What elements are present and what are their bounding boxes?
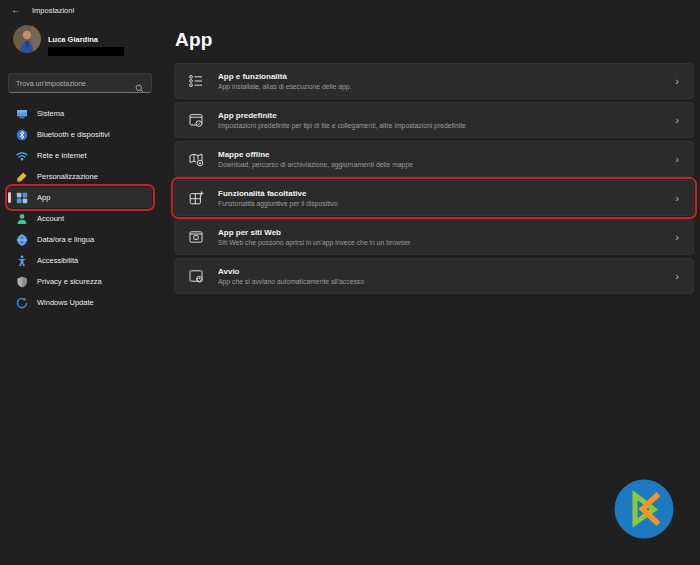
default-apps-icon — [188, 112, 204, 128]
optional-features-icon — [188, 190, 204, 206]
sidebar-item-app[interactable]: App — [8, 187, 152, 208]
watermark-logo — [613, 478, 675, 540]
sidebar-item-privacy-sicurezza[interactable]: Privacy e sicurezza — [8, 271, 152, 292]
system-icon — [16, 108, 28, 120]
settings-card-list: App e funzionalità App installate, alias… — [174, 63, 694, 297]
brush-icon — [16, 171, 28, 183]
update-icon — [16, 297, 28, 309]
sidebar-item-label: Personalizzazione — [37, 172, 98, 181]
chevron-right-icon: › — [675, 232, 680, 243]
sidebar-item-sistema[interactable]: Sistema — [8, 103, 152, 124]
chevron-right-icon: › — [675, 76, 680, 87]
bluetooth-icon — [16, 129, 28, 141]
wifi-icon — [16, 150, 28, 162]
sidebar-item-label: Data/ora e lingua — [37, 235, 94, 244]
brand-logo-icon — [613, 478, 675, 540]
sidebar-item-data-ora-lingua[interactable]: Data/ora e lingua — [8, 229, 152, 250]
sidebar-nav: Sistema Bluetooth e dispositivi Rete e I… — [0, 103, 160, 313]
sidebar-item-label: Accessibilità — [37, 256, 78, 265]
sidebar-item-label: Windows Update — [37, 298, 94, 307]
sidebar-item-label: Bluetooth e dispositivi — [37, 130, 110, 139]
card-subtitle: Funzionalità aggiuntive per il dispositi… — [218, 199, 338, 208]
window-title: Impostazioni — [32, 6, 74, 15]
card-subtitle: App installate, alias di esecuzione dell… — [218, 82, 351, 91]
sidebar-item-windows-update[interactable]: Windows Update — [8, 292, 152, 313]
sidebar-item-rete-internet[interactable]: Rete e Internet — [8, 145, 152, 166]
shield-icon — [16, 276, 28, 288]
sidebar-item-personalizzazione[interactable]: Personalizzazione — [8, 166, 152, 187]
back-icon[interactable]: ← — [11, 5, 21, 15]
sidebar-item-label: App — [37, 193, 50, 202]
card-subtitle: Download, percorso di archiviazione, agg… — [218, 160, 413, 169]
sidebar-item-label: Account — [37, 214, 64, 223]
chevron-right-icon: › — [675, 115, 680, 126]
sidebar-item-accessibilita[interactable]: Accessibilità — [8, 250, 152, 271]
card-app-e-funzionalita[interactable]: App e funzionalità App installate, alias… — [174, 63, 694, 99]
titlebar: ← Impostazioni — [0, 0, 700, 20]
startup-icon — [188, 268, 204, 284]
chevron-right-icon: › — [675, 271, 680, 282]
apps-features-icon — [188, 73, 204, 89]
card-title: Mappe offline — [218, 150, 413, 160]
person-icon — [16, 213, 28, 225]
card-funzionalita-facoltative[interactable]: Funzionalità facoltative Funzionalità ag… — [174, 180, 694, 216]
avatar — [13, 25, 41, 53]
apps-grid-icon — [16, 192, 28, 204]
globe-clock-icon — [16, 234, 28, 246]
card-app-per-siti-web[interactable]: App per siti Web Siti Web che possono ap… — [174, 219, 694, 255]
card-avvio[interactable]: Avvio App che si avviano automaticamente… — [174, 258, 694, 294]
card-mappe-offline[interactable]: Mappe offline Download, percorso di arch… — [174, 141, 694, 177]
chevron-right-icon: › — [675, 193, 680, 204]
web-apps-icon — [188, 229, 204, 245]
card-title: Funzionalità facoltative — [218, 189, 338, 199]
card-title: App predefinite — [218, 111, 466, 121]
card-subtitle: Impostazioni predefinite per tipi di fil… — [218, 121, 466, 130]
user-name: Luca Giardina — [48, 35, 124, 44]
card-title: Avvio — [218, 267, 364, 277]
card-app-predefinite[interactable]: App predefinite Impostazioni predefinite… — [174, 102, 694, 138]
chevron-right-icon: › — [675, 154, 680, 165]
card-subtitle: Siti Web che possono aprirsi in un'app i… — [218, 238, 410, 247]
redacted-email-bar — [48, 47, 124, 56]
card-title: App e funzionalità — [218, 72, 351, 82]
settings-search-box[interactable] — [8, 73, 152, 93]
sidebar-item-bluetooth[interactable]: Bluetooth e dispositivi — [8, 124, 152, 145]
sidebar-item-label: Privacy e sicurezza — [37, 277, 102, 286]
user-account-block: Luca Giardina — [13, 25, 124, 56]
search-input[interactable] — [16, 80, 135, 87]
accessibility-icon — [16, 255, 28, 267]
sidebar-item-label: Sistema — [37, 109, 64, 118]
card-title: App per siti Web — [218, 228, 410, 238]
page-title: App — [175, 29, 213, 51]
card-subtitle: App che si avviano automaticamente all'a… — [218, 277, 364, 286]
search-icon[interactable] — [135, 79, 144, 88]
sidebar-item-account[interactable]: Account — [8, 208, 152, 229]
offline-maps-icon — [188, 151, 204, 167]
sidebar-item-label: Rete e Internet — [37, 151, 87, 160]
